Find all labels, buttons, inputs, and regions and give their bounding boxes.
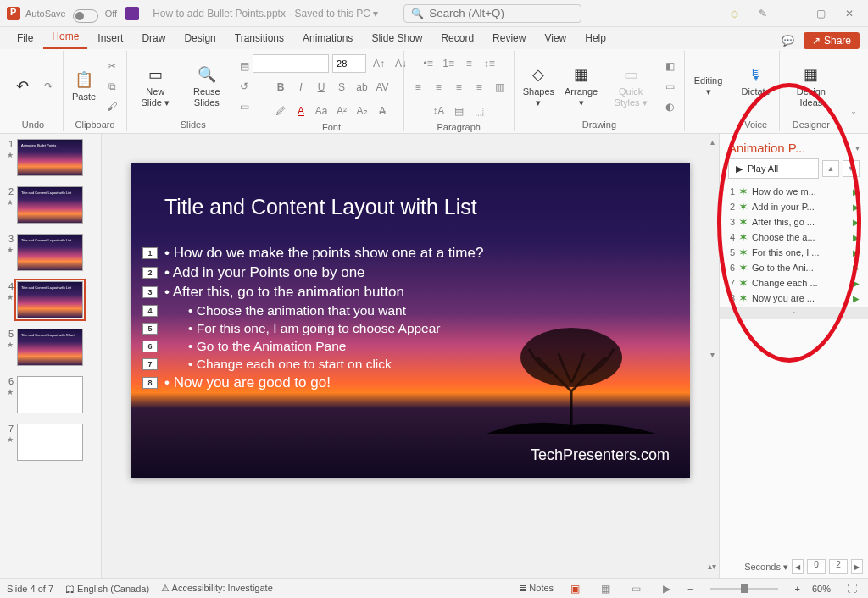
close-button[interactable]: ✕	[837, 2, 861, 25]
maximize-button[interactable]: ▢	[809, 2, 832, 25]
animation-item[interactable]: 4✶Choose the a...▶	[720, 230, 868, 245]
animation-item[interactable]: 5✶For this one, I ...▶	[720, 245, 868, 260]
quick-styles-button[interactable]: ▭Quick Styles ▾	[604, 63, 657, 108]
tab-review[interactable]: Review	[484, 29, 534, 49]
animation-item[interactable]: 2✶Add in your P...▶	[720, 199, 868, 214]
bold-icon[interactable]: B	[271, 78, 290, 97]
undo-button[interactable]: ↶	[8, 75, 36, 98]
seconds-next[interactable]: ▶	[851, 559, 863, 574]
zoom-slider[interactable]	[710, 588, 778, 590]
slide-thumbnails[interactable]: 1★ Animating Bullet Points2★ Title and C…	[0, 134, 102, 578]
tab-animations[interactable]: Animations	[294, 29, 361, 49]
clear-format-icon[interactable]: A̶	[373, 102, 392, 120]
tab-help[interactable]: Help	[576, 29, 615, 49]
list-level-icon[interactable]: ≡	[459, 54, 478, 73]
highlight-icon[interactable]: 🖉	[271, 102, 290, 120]
strike-icon[interactable]: S	[332, 78, 351, 97]
editing-button[interactable]: Editing ▾	[690, 74, 726, 97]
animation-item[interactable]: 8✶Now you are ...▶	[720, 291, 868, 306]
search-input[interactable]: 🔍	[403, 4, 581, 23]
animation-item[interactable]: 6✶Go to the Ani...▶	[720, 260, 868, 275]
notes-button[interactable]: ≣ Notes	[519, 583, 554, 594]
new-slide-button[interactable]: ▭New Slide ▾	[132, 63, 178, 108]
cut-icon[interactable]: ✂	[103, 57, 121, 75]
tab-draw[interactable]: Draw	[133, 29, 174, 49]
tab-insert[interactable]: Insert	[89, 29, 131, 49]
accessibility-status[interactable]: ⚠ Accessibility: Investigate	[161, 583, 273, 594]
premium-icon[interactable]: ◇	[722, 2, 746, 25]
font-color-icon[interactable]: A	[292, 102, 310, 120]
slide-thumbnail[interactable]: Two Content Layout with SmartArt	[17, 424, 83, 461]
smartart-icon[interactable]: ⬚	[470, 102, 488, 120]
slide-thumbnail[interactable]: Title and Content Layout with List	[17, 234, 83, 271]
paste-button[interactable]: 📋Paste	[69, 68, 99, 103]
play-all-button[interactable]: ▶ Play All	[728, 158, 819, 179]
slide-thumbnail[interactable]: Animating Bullet Points	[17, 139, 83, 176]
zoom-level[interactable]: 60%	[812, 584, 831, 594]
slide-thumbnail[interactable]: Title and Content Layout with List	[17, 281, 83, 318]
move-down-button[interactable]: ▼	[843, 160, 860, 177]
shape-effects-icon[interactable]: ◐	[660, 97, 679, 116]
line-spacing-icon[interactable]: ↕≡	[480, 54, 498, 73]
design-ideas-button[interactable]: ▦Design Ideas	[785, 63, 837, 108]
section-icon[interactable]: ▭	[235, 97, 253, 116]
tab-home[interactable]: Home	[43, 27, 87, 49]
slide-thumbnail[interactable]: Title and Content Layout with List	[17, 186, 83, 224]
shapes-button[interactable]: ◇Shapes ▾	[520, 63, 558, 108]
italic-icon[interactable]: I	[292, 78, 310, 97]
copy-icon[interactable]: ⧉	[103, 77, 121, 96]
tab-transitions[interactable]: Transitions	[226, 29, 292, 49]
increase-font-icon[interactable]: A↑	[370, 54, 388, 73]
fit-to-window-icon[interactable]: ⛶	[843, 581, 861, 596]
tab-slideshow[interactable]: Slide Show	[363, 29, 431, 49]
language-status[interactable]: 🕮 English (Canada)	[65, 584, 149, 594]
align-text-icon[interactable]: ▤	[449, 102, 468, 120]
share-button[interactable]: ↗ Share	[804, 32, 860, 49]
tab-file[interactable]: File	[8, 29, 42, 49]
reuse-slides-button[interactable]: 🔍Reuse Slides	[181, 63, 231, 108]
shadow-icon[interactable]: ab	[353, 78, 371, 97]
shape-outline-icon[interactable]: ▭	[660, 77, 679, 96]
animation-item[interactable]: 3✶After this, go ...▶	[720, 214, 868, 230]
normal-view-icon[interactable]: ▣	[565, 581, 584, 596]
columns-icon[interactable]: ▥	[490, 78, 509, 97]
pane-menu-icon[interactable]: ▾	[855, 143, 860, 152]
reset-icon[interactable]: ↺	[235, 77, 253, 96]
zoom-out-icon[interactable]: −	[687, 584, 693, 594]
autosave-toggle[interactable]	[73, 9, 98, 23]
search-field[interactable]	[429, 7, 572, 19]
move-up-button[interactable]: ▲	[822, 160, 839, 177]
minimize-button[interactable]: —	[780, 2, 804, 25]
vertical-scrollbar[interactable]: ▴▾▴▾	[705, 134, 719, 578]
slideshow-view-icon[interactable]: ▶	[657, 581, 676, 596]
align-right-icon[interactable]: ≡	[449, 78, 468, 97]
superscript-icon[interactable]: A²	[332, 102, 351, 120]
comments-icon[interactable]: 💬	[780, 32, 797, 49]
numbering-icon[interactable]: 1≡	[439, 54, 458, 73]
align-center-icon[interactable]: ≡	[429, 78, 448, 97]
bullets-icon[interactable]: •≡	[419, 54, 437, 73]
save-icon[interactable]	[125, 7, 139, 20]
seconds-prev[interactable]: ◀	[792, 559, 804, 574]
align-left-icon[interactable]: ≡	[409, 78, 427, 97]
text-direction-icon[interactable]: ↕A	[429, 102, 448, 120]
zoom-in-icon[interactable]: +	[795, 584, 800, 594]
tab-record[interactable]: Record	[432, 29, 482, 49]
font-size-combo[interactable]	[332, 54, 366, 73]
subscript-icon[interactable]: A₂	[353, 102, 371, 120]
underline-icon[interactable]: U	[312, 78, 331, 97]
slide-sorter-icon[interactable]: ▦	[596, 581, 615, 596]
reading-view-icon[interactable]: ▭	[626, 581, 645, 596]
shape-fill-icon[interactable]: ◧	[660, 57, 679, 75]
document-title[interactable]: How to add Bullet Points.pptx - Saved to…	[153, 8, 378, 19]
animation-item[interactable]: 7✶Change each ...▶	[720, 275, 868, 291]
redo-button[interactable]: ↷	[39, 77, 58, 96]
pencil-icon[interactable]: ✎	[751, 2, 775, 25]
slide-thumbnail[interactable]: Title and Content Layout with Chart	[17, 329, 83, 366]
change-case-icon[interactable]: Aa	[312, 102, 331, 120]
tab-view[interactable]: View	[536, 29, 575, 49]
font-combo[interactable]	[253, 54, 329, 73]
format-painter-icon[interactable]: 🖌	[103, 97, 121, 116]
justify-icon[interactable]: ≡	[470, 78, 488, 97]
arrange-button[interactable]: ▦Arrange ▾	[561, 63, 601, 108]
